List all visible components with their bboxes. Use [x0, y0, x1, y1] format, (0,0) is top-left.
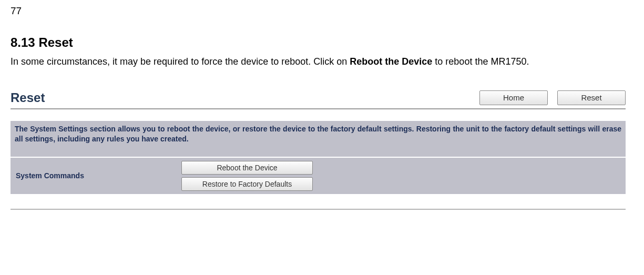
page-number: 77: [11, 5, 633, 17]
home-button[interactable]: Home: [479, 90, 548, 105]
intro-bold: Reboot the Device: [350, 56, 432, 67]
restore-defaults-button[interactable]: Restore to Factory Defaults: [181, 177, 313, 191]
intro-paragraph: In some circumstances, it may be require…: [11, 54, 633, 69]
intro-pre: In some circumstances, it may be require…: [11, 56, 350, 67]
system-commands-buttons: Reboot the Device Restore to Factory Def…: [181, 158, 313, 194]
section-heading: 8.13 Reset: [11, 35, 633, 50]
panel-header: Reset Home Reset: [11, 90, 626, 109]
panel-footer-divider: [11, 194, 626, 210]
panel-title: Reset: [11, 90, 470, 105]
system-commands-row: System Commands Reboot the Device Restor…: [11, 157, 626, 194]
system-commands-label: System Commands: [11, 161, 181, 190]
intro-post: to reboot the MR1750.: [432, 56, 529, 67]
panel-description: The System Settings section allows you t…: [11, 121, 626, 157]
reboot-device-button[interactable]: Reboot the Device: [181, 161, 313, 175]
reset-panel: Reset Home Reset The System Settings sec…: [11, 90, 626, 210]
reset-button[interactable]: Reset: [557, 90, 626, 105]
